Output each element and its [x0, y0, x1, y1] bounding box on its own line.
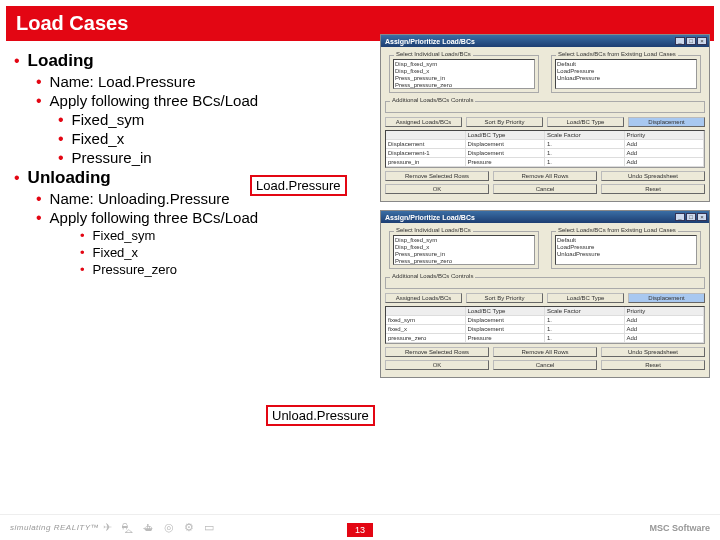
- th: Scale Factor: [545, 131, 625, 139]
- callout-load-pressure: Load.Pressure: [250, 175, 347, 196]
- slide-footer: simulating REALITY™ ✈ ⛍ ⛴ ◎ ⚙ ▭ 13 MSC S…: [0, 514, 720, 540]
- td[interactable]: 1.: [545, 334, 625, 342]
- remove-all-button[interactable]: Remove All Rows: [493, 171, 597, 181]
- td[interactable]: pressure_zero: [386, 334, 466, 342]
- type-combo[interactable]: Displacement: [628, 293, 705, 303]
- list-item[interactable]: Default: [557, 237, 695, 244]
- td[interactable]: fixed_sym: [386, 316, 466, 324]
- bullet-icon: •: [36, 191, 42, 207]
- list-item[interactable]: LoadPressure: [557, 68, 695, 75]
- td[interactable]: 1.: [545, 158, 625, 166]
- th: [386, 307, 466, 315]
- bullet-label: Unloading: [28, 168, 111, 188]
- td[interactable]: 1.: [545, 149, 625, 157]
- system-buttons: _ □ ×: [675, 37, 707, 45]
- reset-button[interactable]: Reset: [601, 360, 705, 370]
- td[interactable]: Add: [625, 140, 705, 148]
- bullet-text: Pressure_zero: [93, 262, 178, 277]
- list-item[interactable]: UnloadPressure: [557, 75, 695, 82]
- group-label: Select Individual Loads/BCs: [394, 227, 473, 233]
- loads-table: Load/BC Type Scale Factor Priority Displ…: [385, 130, 705, 168]
- sort-button[interactable]: Sort By Priority: [466, 293, 543, 303]
- group-label: Select Loads/BCs from Existing Load Case…: [556, 227, 678, 233]
- system-buttons: _ □ ×: [675, 213, 707, 221]
- ok-button[interactable]: OK: [385, 184, 489, 194]
- th: Load/BC Type: [466, 307, 546, 315]
- listbox-existing[interactable]: Default LoadPressure UnloadPressure: [555, 59, 697, 89]
- type-combo[interactable]: Displacement: [628, 117, 705, 127]
- list-item[interactable]: Press_pressure_in: [395, 75, 533, 82]
- dialog-window-1: Assign/Prioritize Load/BCs _ □ × Select …: [380, 34, 710, 202]
- cancel-button[interactable]: Cancel: [493, 360, 597, 370]
- close-icon[interactable]: ×: [697, 213, 707, 221]
- list-item[interactable]: Disp_fixed_sym: [395, 237, 533, 244]
- bullet-icon: •: [80, 263, 85, 276]
- listbox-individual[interactable]: Disp_fixed_sym Disp_fixed_x Press_pressu…: [393, 235, 535, 265]
- loads-table: Load/BC Type Scale Factor Priority fixed…: [385, 306, 705, 344]
- remove-selected-button[interactable]: Remove Selected Rows: [385, 171, 489, 181]
- list-item[interactable]: UnloadPressure: [557, 251, 695, 258]
- td[interactable]: Displacement: [466, 140, 546, 148]
- undo-button[interactable]: Undo Spreadsheet: [601, 171, 705, 181]
- list-item[interactable]: Disp_fixed_sym: [395, 61, 533, 68]
- bullet-text: Fixed_sym: [72, 111, 145, 128]
- listbox-existing[interactable]: Default LoadPressure UnloadPressure: [555, 235, 697, 265]
- ok-button[interactable]: OK: [385, 360, 489, 370]
- td[interactable]: Add: [625, 316, 705, 324]
- td[interactable]: pressure_in: [386, 158, 466, 166]
- td[interactable]: 1.: [545, 316, 625, 324]
- type-button[interactable]: Load/BC Type: [547, 293, 624, 303]
- window-title: Assign/Prioritize Load/BCs: [383, 38, 475, 45]
- list-item[interactable]: Default: [557, 61, 695, 68]
- bullet-text: Fixed_sym: [93, 228, 156, 243]
- td[interactable]: Pressure: [466, 334, 546, 342]
- group-label: Additional Loads/BCs Controls: [390, 97, 475, 103]
- td[interactable]: 1.: [545, 140, 625, 148]
- maximize-icon[interactable]: □: [686, 37, 696, 45]
- minimize-icon[interactable]: _: [675, 37, 685, 45]
- td[interactable]: 1.: [545, 325, 625, 333]
- td[interactable]: Displacement: [466, 149, 546, 157]
- plane-icon: ✈: [103, 521, 112, 534]
- minimize-icon[interactable]: _: [675, 213, 685, 221]
- reset-button[interactable]: Reset: [601, 184, 705, 194]
- bullet-icon: •: [36, 210, 42, 226]
- th: Scale Factor: [545, 307, 625, 315]
- sort-button[interactable]: Sort By Priority: [466, 117, 543, 127]
- bullet-icon: •: [58, 150, 64, 166]
- bullet-icon: •: [80, 246, 85, 259]
- undo-button[interactable]: Undo Spreadsheet: [601, 347, 705, 357]
- type-button[interactable]: Load/BC Type: [547, 117, 624, 127]
- td[interactable]: Displacement: [466, 316, 546, 324]
- callout-unload-pressure: Unload.Pressure: [266, 405, 375, 426]
- td[interactable]: fixed_x: [386, 325, 466, 333]
- td[interactable]: Add: [625, 334, 705, 342]
- assigned-button[interactable]: Assigned Loads/BCs: [385, 117, 462, 127]
- assigned-button[interactable]: Assigned Loads/BCs: [385, 293, 462, 303]
- remove-all-button[interactable]: Remove All Rows: [493, 347, 597, 357]
- list-item[interactable]: Press_pressure_in: [395, 251, 533, 258]
- cancel-button[interactable]: Cancel: [493, 184, 597, 194]
- maximize-icon[interactable]: □: [686, 213, 696, 221]
- td[interactable]: Displacement: [386, 140, 466, 148]
- remove-selected-button[interactable]: Remove Selected Rows: [385, 347, 489, 357]
- list-item[interactable]: Disp_fixed_x: [395, 244, 533, 251]
- list-item[interactable]: Press_pressure_zero: [395, 258, 533, 265]
- list-item[interactable]: Press_pressure_zero: [395, 82, 533, 89]
- td[interactable]: Add: [625, 149, 705, 157]
- td[interactable]: Add: [625, 158, 705, 166]
- listbox-individual[interactable]: Disp_fixed_sym Disp_fixed_x Press_pressu…: [393, 59, 535, 89]
- footer-center: 13: [347, 519, 373, 537]
- titlebar: Assign/Prioritize Load/BCs _ □ ×: [381, 35, 709, 47]
- bullet-text: Fixed_x: [72, 130, 125, 147]
- td[interactable]: Pressure: [466, 158, 546, 166]
- td[interactable]: Add: [625, 325, 705, 333]
- list-item[interactable]: LoadPressure: [557, 244, 695, 251]
- td[interactable]: Displacement: [466, 325, 546, 333]
- td[interactable]: Displacement-1: [386, 149, 466, 157]
- close-icon[interactable]: ×: [697, 37, 707, 45]
- bullet-label: Loading: [28, 51, 94, 71]
- bullet-text: Fixed_x: [93, 245, 139, 260]
- list-item[interactable]: Disp_fixed_x: [395, 68, 533, 75]
- ship-icon: ⛴: [143, 522, 154, 534]
